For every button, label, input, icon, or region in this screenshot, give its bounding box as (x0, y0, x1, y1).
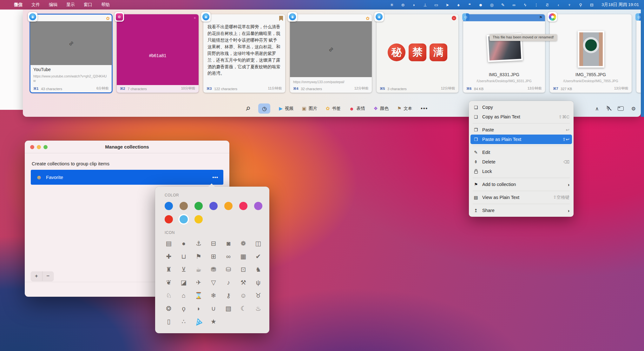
clip-card-text[interactable]: ◈ 我看不出是哪种花草在脚旁，什么清香的花挂在树枝上；在温馨的幽暗里，我只能猜想… (203, 14, 285, 93)
menu-item-copy-plain[interactable]: ❑Copy as Plain Text⇧⌘C (469, 112, 574, 122)
more-categories-button[interactable]: ••• (421, 106, 428, 111)
menu-item-3[interactable]: 显示 (66, 2, 75, 8)
open-book-icon[interactable]: ◫ (254, 239, 262, 248)
fighter-jet-icon[interactable]: ✈ (194, 278, 203, 287)
pizza-icon[interactable] (194, 317, 203, 326)
archive-box-icon[interactable]: ⊟ (209, 239, 218, 248)
menu-item-lock[interactable]: Lock (469, 167, 574, 176)
recent-clock-button[interactable]: ◷ (258, 103, 270, 114)
dog-icon[interactable]: ♞ (254, 265, 262, 274)
menu-item-paste-plain[interactable]: ❒Paste as Plain Text⇧↩ (470, 135, 572, 144)
search-icon[interactable]: ⚲ (578, 3, 583, 7)
gear-flower-icon[interactable]: ❁ (239, 239, 247, 248)
safari-compass-icon[interactable]: ◎ (489, 3, 494, 7)
box-icon[interactable]: ⊞ (209, 252, 218, 261)
calendar-icon[interactable]: ▦ (239, 252, 247, 261)
horse-icon[interactable]: ♘ (165, 291, 173, 300)
menu-item-2[interactable]: 编辑 (49, 2, 57, 8)
collection-options-button[interactable]: ••• (212, 175, 218, 180)
mug-hot-icon[interactable]: ♨ (254, 304, 262, 313)
menu-item-share[interactable]: ↥Share› (469, 206, 574, 215)
color-option-yellow[interactable] (194, 215, 203, 223)
menu-item-5[interactable]: 帮助 (101, 2, 110, 8)
coins-icon[interactable]: ⛃ (209, 265, 218, 274)
close-button[interactable] (30, 145, 34, 149)
check-circle-icon[interactable]: ✔ (254, 252, 262, 261)
hourglass-icon[interactable]: ⌛ (194, 291, 203, 300)
ice-cream-icon[interactable]: ❄ (209, 291, 218, 300)
hammer-icon[interactable]: ⚒ (239, 278, 247, 287)
lightbulb-icon[interactable]: ϙ (180, 304, 188, 313)
menu-item-paste[interactable]: ❐Paste↩ (469, 125, 574, 135)
mic-stand-icon[interactable]: ♆ (567, 3, 572, 7)
star-icon[interactable]: ★ (209, 317, 218, 326)
zoom-button[interactable] (43, 145, 48, 149)
s-app-icon[interactable]: Ƨ (545, 3, 550, 7)
key-icon[interactable]: ⚷ (224, 291, 233, 300)
address-book-icon[interactable]: ▤ (165, 239, 173, 248)
clip-card-file-1[interactable]: ⚑ ☺ IMG_8331.JPG /Users/frank/Desktop/IM… (463, 14, 545, 93)
menu-item-copy[interactable]: ❏Copy (469, 103, 574, 112)
chat-bubbles-icon[interactable]: ❝ (467, 3, 472, 7)
bolt-icon[interactable]: ϟ (522, 3, 528, 7)
clip-card-file-2[interactable]: IMG_7855.JPG /Users/frank/Desktop/IMG_78… (550, 14, 632, 93)
color-option-red[interactable] (165, 215, 173, 223)
bird-icon[interactable]: ❦ (165, 278, 173, 287)
collapse-button[interactable]: ∧ (595, 106, 599, 112)
clip-card-color[interactable]: ⊚ ✦ #b61a81 ⌘27 characters 10分钟前 (117, 14, 199, 93)
filter-text[interactable]: ⚑文本 (397, 106, 412, 111)
menu-bar-clock[interactable]: 3月18日 周四 19:01 (601, 2, 639, 8)
clip-card-youtube[interactable]: ◈ ✿ ∞ YouTube https://www.youtube.com/wa… (30, 14, 112, 93)
circle-bar-icon[interactable]: ⊜ (400, 3, 405, 7)
hand-icon[interactable]: ψ (254, 278, 262, 287)
cocktail-icon[interactable]: ⊻ (180, 265, 188, 274)
color-option-brown[interactable] (180, 202, 188, 210)
add-collection-button[interactable]: + (31, 271, 42, 281)
color-option-indigo[interactable] (209, 202, 218, 210)
color-option-purple[interactable] (254, 202, 262, 210)
settings-gear-button[interactable]: ⚙ (631, 106, 636, 112)
home-icon[interactable]: ⌂ (180, 291, 188, 300)
window-titlebar[interactable]: Manage collections (25, 141, 229, 153)
anchor-icon[interactable]: ⚓ (194, 239, 203, 248)
goggles-icon[interactable]: ∞ (224, 252, 233, 261)
medical-book-icon[interactable]: ✚ (165, 252, 173, 261)
color-option-blue[interactable] (165, 202, 173, 210)
color-option-green[interactable] (194, 202, 203, 210)
minimize-button[interactable] (37, 145, 41, 149)
menu-item-1[interactable]: 文件 (31, 2, 40, 8)
chevron-left-icon[interactable]: ‹ (556, 3, 561, 7)
passport-icon[interactable]: ▯ (165, 317, 173, 326)
chess-icon[interactable]: ♜ (165, 265, 173, 274)
rocket-icon[interactable]: ➤ (445, 3, 450, 7)
menu-item-0[interactable]: 微信 (14, 2, 23, 8)
moon-icon[interactable]: ☾ (239, 304, 247, 313)
bookmark-icon[interactable]: ⚑ (194, 252, 203, 261)
clip-card-emoji[interactable]: ◈ − 秘禁满 ⌘53 characters 12分钟前 (377, 14, 458, 93)
magnet-icon[interactable]: ∪ (209, 304, 218, 313)
color-option-pink[interactable] (239, 202, 247, 210)
guitar-icon[interactable]: ♪ (224, 278, 233, 287)
coffee-cup-icon[interactable]: ☕ (194, 265, 203, 274)
eraser-icon[interactable]: ◪ (180, 278, 188, 287)
beer-icon[interactable]: ⊔ (180, 252, 188, 261)
signal-bars-icon[interactable]: ⋮ (534, 3, 539, 7)
filter-emoji[interactable]: ☻表情 (349, 106, 365, 111)
filter-bookmark[interactable]: ✿书签 (326, 106, 341, 111)
bison-icon[interactable]: ♉ (254, 291, 262, 300)
display-icon[interactable]: ▭ (434, 3, 439, 7)
input-switch-icon[interactable]: ⊟ (589, 3, 594, 7)
filter-image[interactable]: ▣图片 (302, 106, 317, 111)
menu-item-add-to-collection[interactable]: ⚑Add to collection› (469, 180, 574, 189)
menu-item-4[interactable]: 窗口 (84, 2, 92, 8)
asterisk-key-icon[interactable]: ✳ (389, 3, 394, 7)
menu-item-view-plain[interactable]: ▤View as Plain Text⇧空格键 (469, 193, 574, 202)
clip-card-partial[interactable]: ☺ (636, 14, 641, 93)
life-ring-icon[interactable]: ❂ (165, 304, 173, 313)
map-icon[interactable]: ▧ (224, 304, 233, 313)
collection-row-favorite[interactable]: ☻ Favorite ••• (31, 170, 223, 185)
cube-icon[interactable]: ⊡ (239, 265, 247, 274)
marker-pen-icon[interactable]: ✎ (500, 3, 505, 7)
filter-color[interactable]: ❖颜色 (373, 106, 388, 111)
color-option-orange[interactable] (224, 202, 233, 210)
